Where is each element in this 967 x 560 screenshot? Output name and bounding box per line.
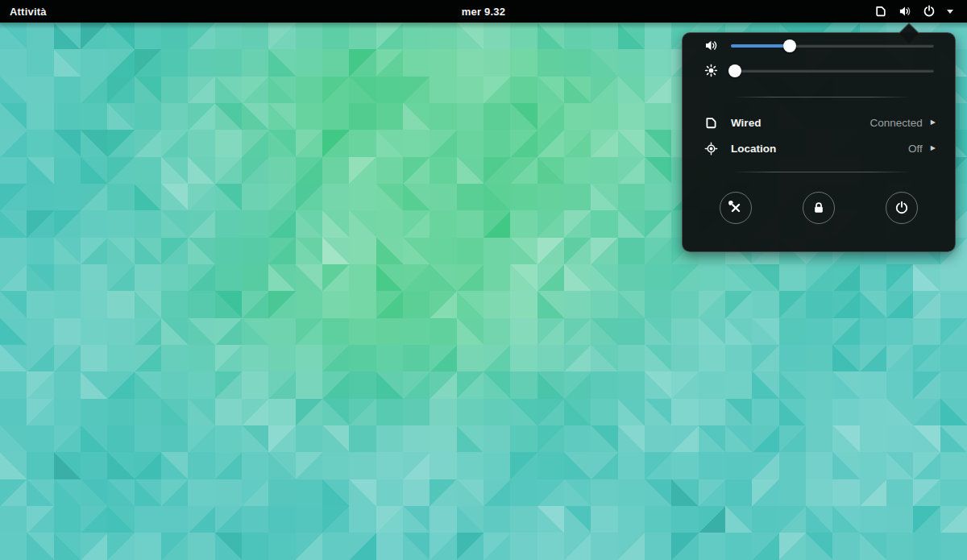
top-bar: Attività mer 9.32 [0,0,967,23]
top-bar-left: Attività [0,0,53,23]
separator [733,97,911,97]
submenu-arrow-icon: ▶ [931,145,936,151]
top-bar-right [865,0,967,23]
separator [733,172,911,172]
brightness-slider-row [683,58,955,83]
brightness-icon [702,64,720,78]
activities-button[interactable]: Attività [3,0,53,23]
chevron-down-icon [946,5,954,19]
menu-item-wired[interactable]: Wired Connected ▶ [683,110,955,135]
settings-button[interactable] [720,192,752,224]
location-label: Location [731,143,776,155]
submenu-arrow-icon: ▶ [931,119,936,126]
system-menu-button[interactable] [865,0,962,23]
brightness-slider-handle[interactable] [728,64,741,77]
system-menu-popup: Wired Connected ▶ Location Off ▶ [682,32,956,252]
lock-button[interactable] [803,192,835,224]
network-wired-icon [702,115,720,130]
clock[interactable]: mer 9.32 [455,0,512,23]
location-icon [702,141,720,156]
network-wired-icon [874,5,887,19]
location-status: Off [908,143,923,155]
menu-item-location[interactable]: Location Off ▶ [683,135,955,161]
volume-slider-handle[interactable] [783,39,796,52]
volume-icon [702,39,720,53]
wired-status: Connected [870,117,923,129]
system-action-buttons [683,192,955,224]
volume-icon [898,5,911,19]
brightness-slider[interactable] [731,64,934,78]
volume-slider[interactable] [731,39,934,53]
desktop: Attività mer 9.32 [0,0,967,560]
wired-label: Wired [731,117,761,129]
top-bar-center: mer 9.32 [0,0,967,23]
power-button[interactable] [886,192,918,224]
power-icon [922,5,936,19]
